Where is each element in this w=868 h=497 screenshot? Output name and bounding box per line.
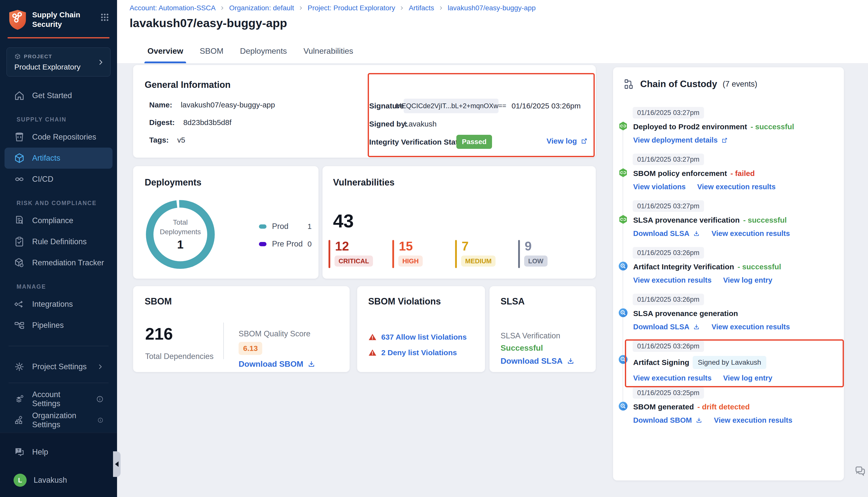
sidebar-item-code-repositories[interactable]: Code Repositories (4, 127, 113, 147)
prod-swatch-icon (259, 224, 266, 229)
signature-value-chip: MEQCICde2VjIT...bL+2+mqnOXw== (404, 99, 499, 113)
view-execution-results-link[interactable]: View execution results (633, 276, 712, 284)
tab-vulnerabilities[interactable]: Vulnerabilities (303, 46, 354, 63)
sidebar-collapse-handle[interactable] (113, 451, 121, 477)
signature-timestamp: 01/16/2025 03:26pm (507, 102, 581, 110)
download-icon (693, 324, 700, 330)
event-timestamp: 01/16/2025 03:26pm (633, 247, 704, 258)
shield-logo-icon (8, 9, 28, 31)
download-slsa-link[interactable]: Download SLSA (501, 356, 575, 366)
tab-bar: Overview SBOM Deployments Vulnerabilitie… (146, 46, 354, 63)
sidebar-header: Supply Chain Security (0, 0, 117, 31)
high-bar-icon (392, 240, 394, 268)
infinity-icon (14, 173, 25, 185)
vulnerabilities-title: Vulnerabilities (333, 177, 395, 188)
tab-deployments[interactable]: Deployments (239, 46, 288, 63)
sidebar-item-label: Account Settings (32, 390, 89, 408)
clipboard-check-icon (14, 236, 25, 247)
breadcrumb-organization[interactable]: Organization: default (229, 4, 294, 12)
view-log-entry-link[interactable]: View log entry (723, 374, 772, 382)
sbom-title: SBOM (145, 296, 172, 307)
view-execution-results-link[interactable]: View execution results (697, 183, 775, 191)
project-selector[interactable]: PROJECT Product Exploratory (6, 47, 111, 76)
scan-badge-icon (618, 401, 628, 411)
download-sbom-link[interactable]: Download SBOM (239, 359, 316, 369)
info-icon[interactable] (96, 395, 103, 403)
sidebar-item-label: Rule Definitions (32, 237, 87, 246)
project-name: Product Exploratory (14, 63, 97, 71)
event-title: Deployed to Prod2 environment (633, 123, 747, 131)
breadcrumb-project[interactable]: Project: Product Exploratory (308, 4, 395, 12)
deny-list-violations-link[interactable]: 2 Deny list Violations (368, 349, 457, 357)
svg-text:?: ? (17, 448, 19, 452)
feedback-chat-icon[interactable] (854, 465, 867, 478)
event-timestamp: 01/16/2025 03:27pm (633, 200, 704, 212)
download-slsa-link[interactable]: Download SLSA (633, 229, 700, 238)
sidebar-item-label: Organization Settings (32, 411, 90, 429)
prod-count: 1 (307, 222, 312, 231)
legend-item-pre-prod: Pre Prod 0 (259, 240, 312, 248)
view-log-entry-link[interactable]: View log entry (723, 276, 772, 284)
sidebar-item-remediation-tracker[interactable]: Remediation Tracker (4, 252, 113, 273)
event-timestamp: 01/16/2025 03:26pm (633, 294, 704, 305)
download-sbom-link[interactable]: Download SBOM (633, 416, 702, 424)
vulnerabilities-total: 43 (333, 210, 354, 232)
deployments-title: Deployments (145, 177, 201, 188)
sidebar-item-compliance[interactable]: Compliance (4, 210, 113, 231)
sidebar-item-artifacts[interactable]: Artifacts (4, 147, 113, 169)
home-icon (14, 90, 25, 101)
page-title: lavakush07/easy-buggy-app (130, 16, 287, 30)
breadcrumb-current[interactable]: lavakush07/easy-buggy-app (448, 4, 536, 12)
sidebar-item-account-settings[interactable]: Account Settings (4, 388, 113, 410)
event-timestamp: 01/16/2025 03:27pm (633, 154, 704, 165)
sidebar-item-organization-settings[interactable]: Organization Settings (4, 410, 113, 431)
breadcrumb-separator-icon (220, 5, 225, 11)
download-icon (307, 360, 316, 368)
sidebar-item-get-started[interactable]: Get Started (4, 85, 113, 106)
sidebar-item-label: CI/CD (32, 175, 53, 184)
view-deployment-details-link[interactable]: View deployment details (633, 136, 728, 144)
sidebar-item-help[interactable]: ? Help (4, 441, 113, 463)
view-execution-results-link[interactable]: View execution results (633, 374, 712, 382)
artifact-digest: 8d23bd3b5d8f (183, 118, 232, 127)
digest-label: Digest: (149, 118, 175, 127)
tab-sbom[interactable]: SBOM (199, 46, 224, 63)
custody-event-artifact-signing: 01/16/2025 03:26pm Artifact Signing Sign… (613, 340, 836, 382)
app-grid-icon[interactable] (100, 13, 110, 22)
app-title: Supply Chain Security (32, 9, 80, 29)
sidebar-item-rule-definitions[interactable]: Rule Definitions (4, 231, 113, 252)
sidebar-item-label: Code Repositories (32, 132, 96, 142)
tab-overview[interactable]: Overview (146, 46, 184, 63)
vulnerabilities-card: Vulnerabilities 43 12 CRITICAL 15 HIGH 7… (322, 166, 596, 279)
sidebar-item-label: Project Settings (32, 362, 87, 371)
breadcrumb-separator-icon (438, 5, 444, 11)
view-violations-link[interactable]: View violations (633, 183, 686, 191)
allow-list-violations-link[interactable]: 637 Allow list Violations (368, 333, 467, 341)
download-slsa-link[interactable]: Download SLSA (633, 323, 700, 331)
sidebar-item-label: Compliance (32, 216, 73, 225)
view-execution-results-link[interactable]: View execution results (714, 416, 793, 424)
sidebar-item-integrations[interactable]: Integrations (4, 294, 113, 315)
view-execution-results-link[interactable]: View execution results (712, 229, 790, 238)
view-log-link[interactable]: View log (547, 137, 588, 145)
user-menu[interactable]: L Lavakush (4, 470, 113, 491)
sidebar-item-pipelines[interactable]: Pipelines (4, 315, 113, 336)
collapse-arrow-icon (115, 462, 118, 467)
artifact-tags: v5 (177, 136, 185, 144)
deployments-donut-chart: Total Deployments 1 (146, 200, 215, 269)
sidebar-divider (9, 346, 109, 346)
sidebar-item-cicd[interactable]: CI/CD (4, 169, 113, 190)
pre-prod-count: 0 (307, 240, 312, 248)
breadcrumb-account[interactable]: Account: Automation-SSCA (130, 4, 215, 12)
document-search-icon (14, 215, 25, 226)
artifact-name: lavakush07/easy-buggy-app (181, 101, 275, 109)
package-tag-icon (14, 257, 25, 269)
breadcrumb-artifacts[interactable]: Artifacts (409, 4, 434, 12)
view-execution-results-link[interactable]: View execution results (712, 323, 790, 331)
info-icon[interactable] (97, 416, 103, 424)
sidebar-divider (9, 383, 109, 383)
sidebar-item-label: Help (32, 448, 48, 457)
chain-of-custody-icon (623, 78, 635, 90)
sidebar-item-project-settings[interactable]: Project Settings (4, 356, 113, 377)
sidebar-item-label: Integrations (32, 300, 73, 309)
